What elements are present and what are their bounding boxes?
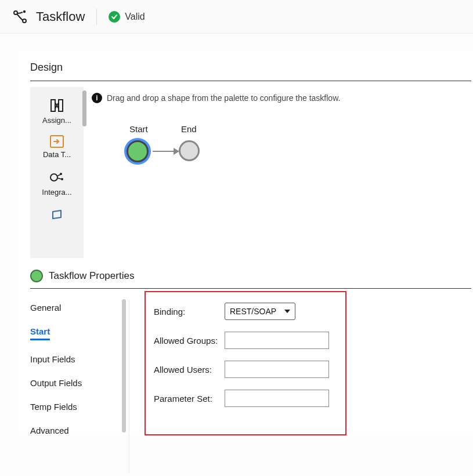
canvas-hint: i Drag and drop a shape from the palette… [92, 93, 465, 103]
assignment-icon [35, 97, 79, 114]
design-heading: Design [30, 61, 473, 81]
palette-label: Integra... [35, 188, 79, 197]
svg-line-11 [57, 178, 62, 179]
end-node-label: End [181, 124, 197, 134]
tab-output-fields[interactable]: Output Fields [30, 378, 82, 388]
svg-rect-4 [59, 100, 63, 111]
data-task-icon [50, 135, 64, 148]
hint-text: Drag and drop a shape from the palette t… [107, 93, 340, 103]
tabs-scrollbar[interactable] [122, 299, 126, 433]
info-icon: i [92, 93, 102, 103]
properties-section: Taskflow Properties General Start Input … [19, 270, 473, 435]
binding-label: Binding: [154, 307, 225, 317]
chevron-down-icon [284, 310, 290, 313]
section-rule [30, 81, 471, 81]
tab-input-fields[interactable]: Input Fields [30, 354, 75, 364]
properties-heading: Taskflow Properties [49, 270, 134, 282]
check-circle-icon [109, 11, 120, 23]
tab-start[interactable]: Start [30, 326, 50, 340]
start-node-label: Start [129, 124, 148, 134]
integration-icon [35, 169, 79, 186]
start-properties-form: Binding: REST/SOAP Allowed Groups: Allow… [145, 291, 346, 435]
palette-label: Assign... [35, 116, 79, 125]
svg-point-2 [23, 19, 26, 23]
allowed-users-input[interactable] [225, 361, 329, 378]
palette-item-integration[interactable]: Integra... [34, 165, 80, 200]
binding-select[interactable]: REST/SOAP [225, 303, 295, 320]
tab-advanced[interactable]: Advanced [30, 426, 69, 435]
start-node-dot-icon [30, 270, 43, 282]
allowed-groups-input[interactable] [225, 332, 329, 349]
tab-temp-fields[interactable]: Temp Fields [30, 402, 77, 412]
palette-item-note[interactable] [34, 202, 80, 229]
status-text: Valid [125, 12, 145, 22]
page-title: Taskflow [36, 9, 85, 24]
palette-label: Data T... [35, 150, 79, 159]
svg-rect-3 [51, 100, 55, 111]
tabs-divider [129, 299, 129, 473]
parameter-set-label: Parameter Set: [154, 394, 225, 404]
binding-value: REST/SOAP [230, 307, 276, 316]
properties-tabs: General Start Input Fields Output Fields… [30, 301, 123, 435]
allowed-groups-label: Allowed Groups: [154, 336, 225, 346]
svg-point-1 [23, 10, 26, 12]
palette-item-data-task[interactable]: Data T... [34, 130, 80, 162]
end-node[interactable] [179, 140, 200, 161]
shape-palette: Assign... Data T... [30, 87, 84, 258]
note-icon [35, 207, 79, 223]
design-canvas[interactable]: i Drag and drop a shape from the palette… [84, 87, 473, 258]
svg-point-7 [50, 174, 57, 181]
header-divider [96, 9, 97, 25]
design-section: Design Assign... [19, 51, 473, 258]
section-rule [30, 288, 471, 289]
flow-diagram: Start End [121, 124, 465, 205]
flow-edge[interactable] [153, 150, 179, 152]
taskflow-icon [13, 9, 28, 24]
validation-status: Valid [109, 11, 145, 23]
header-bar: Taskflow Valid [0, 0, 473, 34]
allowed-users-label: Allowed Users: [154, 365, 225, 375]
start-node[interactable] [127, 140, 149, 162]
tab-general[interactable]: General [30, 303, 61, 313]
parameter-set-input[interactable] [225, 390, 329, 407]
palette-item-assignment[interactable]: Assign... [34, 93, 80, 128]
